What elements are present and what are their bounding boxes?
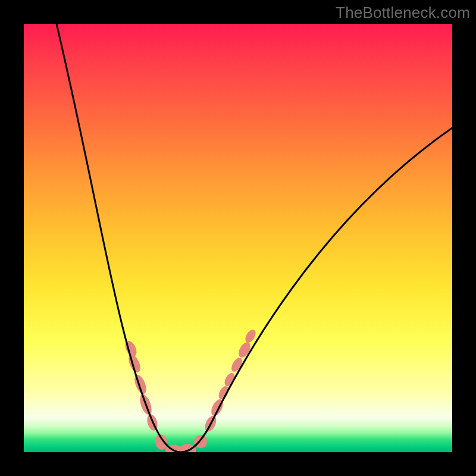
plot-area <box>24 24 452 452</box>
markers-group <box>123 328 258 452</box>
chart-svg <box>24 24 452 452</box>
bottleneck-curve <box>57 24 452 452</box>
chart-frame: TheBottleneck.com <box>0 0 476 476</box>
watermark-label: TheBottleneck.com <box>336 4 470 22</box>
curve-marker <box>132 373 149 396</box>
